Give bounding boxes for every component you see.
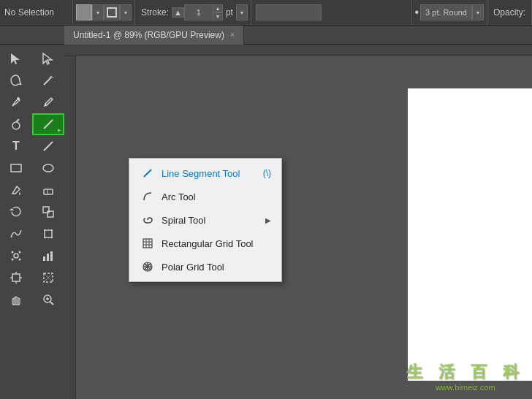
svg-rect-43 (143, 239, 152, 248)
spiral-svg (142, 215, 153, 225)
line-segment-tool-btn[interactable] (32, 135, 64, 157)
line-segment-svg (142, 168, 153, 178)
rect-icon (10, 162, 23, 175)
document-tab[interactable]: Untitled-1 @ 89% (RGB/GPU Preview) × (64, 26, 244, 45)
lasso-tool-btn[interactable] (0, 69, 32, 91)
svg-line-9 (16, 119, 19, 122)
stroke-icon (107, 7, 117, 18)
tool-row-4: ▶ (0, 113, 64, 135)
warp-tool-btn[interactable] (0, 223, 32, 245)
svg-marker-16 (10, 208, 14, 210)
ruler-left (64, 56, 76, 399)
brush-tool-btn[interactable] (32, 91, 64, 113)
top-toolbar: No Selection ▾ ▾ Stroke: ▲ ▲ ▼ pt ▾ • 3 … (0, 0, 532, 26)
scale-icon (42, 205, 55, 218)
svg-rect-22 (44, 237, 45, 238)
rect-tool-btn[interactable] (0, 157, 32, 179)
warp-icon (10, 227, 23, 240)
fill-color-group: ▾ ▾ (73, 0, 135, 25)
paintbucket-tool-btn[interactable] (0, 179, 32, 201)
type-tool-btn[interactable]: T (0, 135, 32, 157)
svg-rect-32 (12, 274, 20, 281)
line-segment-shortcut: (\) (263, 168, 271, 178)
spiral-menu-icon (140, 212, 156, 228)
hand-icon (10, 293, 23, 306)
round-badge-btn[interactable]: 3 pt. Round (420, 4, 472, 20)
stroke-pt-dropdown[interactable]: ▾ (236, 4, 248, 20)
main-area: ▶ T (0, 45, 532, 399)
polar-grid-label: Polar Grid Tool (162, 262, 271, 273)
type-icon: T (12, 140, 20, 153)
canvas-area: Line Segment Tool (\) Arc Tool (64, 45, 532, 399)
svg-line-3 (44, 78, 50, 85)
svg-rect-31 (50, 251, 53, 261)
tab-title: Untitled-1 @ 89% (RGB/GPU Preview) (73, 30, 224, 40)
stroke-up-icon[interactable]: ▲ (172, 8, 183, 17)
artboard-tool-btn[interactable] (0, 267, 32, 289)
menu-item-arc[interactable]: Arc Tool (129, 185, 281, 208)
menu-item-polar-grid[interactable]: Polar Grid Tool (129, 255, 281, 278)
svg-line-42 (144, 170, 151, 177)
stroke-down-btn[interactable]: ▼ (213, 12, 223, 20)
menu-item-spiral[interactable]: Spiral Tool ▶ (129, 208, 281, 232)
round-badge-group: • 3 pt. Round ▾ (412, 0, 487, 25)
pen-tool-btn[interactable] (0, 91, 32, 113)
menu-item-line-segment[interactable]: Line Segment Tool (\) (129, 162, 281, 185)
hand-tool-btn[interactable] (0, 289, 32, 311)
magic-wand-tool-btn[interactable] (32, 69, 64, 91)
round-badge-dropdown[interactable]: ▾ (472, 4, 484, 20)
opacity-label: Opacity: (493, 7, 525, 18)
svg-line-39 (50, 302, 53, 305)
stroke-up-btn[interactable]: ▲ (213, 4, 223, 12)
svg-point-7 (45, 104, 47, 106)
svg-point-13 (43, 164, 53, 172)
polar-grid-svg (142, 262, 153, 272)
svg-rect-20 (44, 229, 45, 231)
free-transform-tool-btn[interactable] (32, 223, 64, 245)
symbol-icon (10, 249, 23, 262)
line-icon (42, 118, 55, 131)
ellipse-tool-btn[interactable] (32, 157, 64, 179)
tool-row-5: T (0, 135, 64, 157)
slice-icon (42, 271, 55, 284)
svg-point-6 (17, 97, 20, 100)
svg-point-26 (19, 251, 21, 254)
stroke-value-input[interactable] (184, 4, 213, 20)
line-tool-btn[interactable]: ▶ (32, 113, 64, 135)
pt-label: pt (226, 7, 233, 18)
symbol-tool-btn[interactable] (0, 245, 32, 267)
tool-row-8 (0, 201, 64, 223)
stroke-icon-dropdown[interactable]: ▾ (120, 4, 132, 20)
selection-tool-btn[interactable] (0, 48, 32, 69)
round-badge-label: 3 pt. Round (425, 8, 467, 17)
stroke-style-selector[interactable] (256, 4, 322, 20)
blob-brush-tool-btn[interactable] (0, 113, 32, 135)
menu-item-rect-grid[interactable]: Rectangular Grid Tool (129, 232, 281, 255)
eraser-tool-btn[interactable] (32, 179, 64, 201)
magic-wand-icon (42, 74, 55, 87)
tool-row-6 (0, 157, 64, 179)
direct-selection-tool-btn[interactable] (32, 48, 64, 69)
rotate-tool-btn[interactable] (0, 201, 32, 223)
svg-rect-0 (107, 8, 116, 17)
stroke-label: Stroke: (141, 7, 169, 18)
fill-swatch[interactable] (76, 4, 92, 20)
line-segment-label: Line Segment Tool (162, 168, 257, 179)
context-menu: Line Segment Tool (\) Arc Tool (129, 158, 282, 282)
svg-rect-18 (48, 211, 53, 217)
fill-dropdown-btn[interactable]: ▾ (92, 4, 104, 20)
stroke-icon-btn[interactable] (104, 4, 120, 20)
svg-rect-29 (43, 256, 45, 261)
svg-rect-21 (51, 229, 53, 231)
zoom-tool-btn[interactable] (32, 289, 64, 311)
column-chart-tool-btn[interactable] (32, 245, 64, 267)
tab-bar: Untitled-1 @ 89% (RGB/GPU Preview) × (0, 26, 532, 45)
slice-tool-btn[interactable] (32, 267, 64, 289)
scale-tool-btn[interactable] (32, 201, 64, 223)
tab-close-btn[interactable]: × (230, 31, 235, 39)
svg-rect-30 (47, 254, 49, 261)
watermark-chinese-text: 生 活 百 科 (406, 361, 525, 383)
tool-row-2 (0, 69, 64, 91)
blob-brush-icon (10, 118, 23, 131)
svg-point-25 (12, 251, 14, 254)
